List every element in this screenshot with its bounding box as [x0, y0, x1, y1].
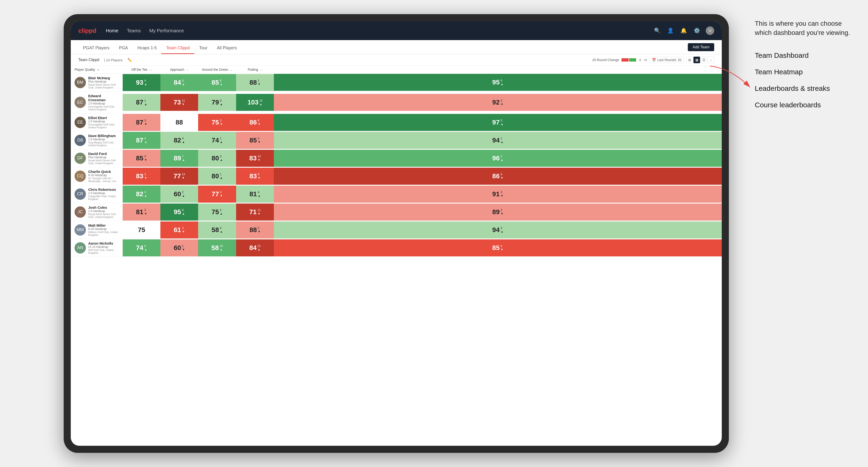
- nav-item-teams[interactable]: Teams: [127, 28, 141, 33]
- player-avatar: DB: [74, 135, 86, 146]
- search-icon[interactable]: 🔍: [653, 26, 661, 35]
- metric-cell: 94 3▲: [274, 221, 722, 239]
- player-cell: JC Josh Coles 1-5 Handicap Royal North D…: [71, 203, 123, 221]
- team-title: Team Clippd: [78, 58, 99, 62]
- metric-cell: 86 8▼: [274, 167, 722, 185]
- player-avatar: AN: [74, 242, 86, 253]
- metric-cell: 92 3▼: [274, 92, 722, 114]
- player-info: Aaron Nicholls 11-15 Handicap Drift Golf…: [88, 241, 119, 254]
- col-header-putting[interactable]: Putting —: [236, 66, 274, 73]
- player-avatar: JC: [74, 206, 86, 218]
- metric-cell: 77 14▼: [160, 167, 198, 185]
- metric-cell: 80 3▲: [198, 149, 236, 167]
- tab-all-players[interactable]: All Players: [212, 40, 242, 54]
- table-row[interactable]: DF David Ford Plus Handicap Royal North …: [71, 149, 722, 167]
- positive-bar: [629, 58, 636, 62]
- player-handicap: 1-5 Handicap: [88, 102, 119, 105]
- nav-item-my-performance[interactable]: My Performance: [149, 28, 184, 33]
- player-handicap: 1-5 Handicap: [88, 138, 119, 141]
- metric-cell: 60 2▲: [160, 185, 198, 203]
- last-rounds-button[interactable]: 📅 Last Rounds: 20: [649, 57, 684, 63]
- table-row[interactable]: EE Elliot Ebert 1-5 Handicap Sunningdale…: [71, 114, 722, 131]
- player-handicap: Plus Handicap: [88, 156, 119, 159]
- ipad-screen: clippd Home Teams My Performance 🔍 👤 🔔 ⚙…: [71, 21, 722, 446]
- player-cell: CR Chris Robertson 1-5 Handicap Craigmil…: [71, 185, 123, 203]
- metric-cell: 85 4▼: [274, 239, 722, 257]
- player-name: Matt Miller: [88, 223, 119, 227]
- dashboard-options-list: Team Dashboard Team Heatmap Leaderboards…: [755, 52, 854, 109]
- player-club: Royal North Devon Golf Club, United King…: [88, 83, 119, 89]
- nav-items: Home Teams My Performance: [106, 28, 653, 33]
- player-name: Aaron Nicholls: [88, 241, 119, 245]
- table-row[interactable]: AN Aaron Nicholls 11-15 Handicap Drift G…: [71, 239, 722, 257]
- player-avatar: BM: [74, 77, 86, 88]
- player-avatar: EE: [74, 117, 86, 128]
- metric-cell: 81 4▲: [236, 185, 274, 203]
- player-club: Gog Magog Golf Club, United Kingdom: [88, 141, 119, 147]
- subnav: PGAT Players PGA Hcaps 1-5 Team Clippd T…: [71, 40, 722, 54]
- col-header-around-green[interactable]: Around the Green —: [198, 66, 236, 73]
- download-icon[interactable]: ↓: [708, 57, 714, 63]
- player-club: Royal North Devon Golf Club, United King…: [88, 159, 119, 165]
- table-row[interactable]: DB Dave Billingham 1-5 Handicap Gog Mago…: [71, 131, 722, 149]
- player-avatar: MM: [74, 224, 86, 236]
- tab-pga[interactable]: PGA: [114, 40, 132, 54]
- col-header-approach[interactable]: Approach —: [160, 66, 198, 73]
- bell-icon[interactable]: 🔔: [679, 26, 688, 35]
- ipad-frame: clippd Home Teams My Performance 🔍 👤 🔔 ⚙…: [64, 14, 729, 453]
- metric-cell: 83 3▼: [123, 167, 160, 185]
- metric-cell: 83 10▼: [236, 149, 274, 167]
- player-cell: EE Elliot Ebert 1-5 Handicap Sunningdale…: [71, 114, 123, 131]
- player-club: Royal North Devon Golf Club, United King…: [88, 213, 119, 218]
- table-row[interactable]: BM Blair McHarg Plus Handicap Royal Nort…: [71, 73, 722, 92]
- settings-icon[interactable]: ⚙️: [692, 26, 701, 35]
- user-avatar[interactable]: U: [706, 26, 714, 35]
- player-cell: CQ Charlie Quick 6-10 Handicap St. Georg…: [71, 167, 123, 185]
- metric-cell: 77 3▼: [198, 185, 236, 203]
- table-row[interactable]: JC Josh Coles 1-5 Handicap Royal North D…: [71, 203, 722, 221]
- player-info: Blair McHarg Plus Handicap Royal North D…: [88, 76, 119, 89]
- calendar-icon: 📅: [652, 58, 656, 62]
- list-view-icon[interactable]: ☰: [701, 57, 707, 63]
- metric-cell: 75 3▼: [198, 114, 236, 131]
- metric-cell: 96 3▲: [274, 149, 722, 167]
- player-cell: DB Dave Billingham 1-5 Handicap Gog Mago…: [71, 131, 123, 149]
- player-info: Elliot Ebert 1-5 Handicap Sunningdale Go…: [88, 116, 119, 129]
- table-row[interactable]: MM Matt Miller 6-10 Handicap Woburn Golf…: [71, 221, 722, 239]
- grid-view-icon[interactable]: ⊞: [686, 57, 693, 63]
- subnav-tabs: PGAT Players PGA Hcaps 1-5 Team Clippd T…: [78, 40, 242, 54]
- player-club: St. George's Hill GC - Weybridge - Surre…: [88, 177, 119, 183]
- tab-team-clippd[interactable]: Team Clippd: [161, 40, 194, 54]
- add-team-button[interactable]: Add Team: [688, 43, 714, 51]
- round-change-label: 20 Round Change: [592, 58, 619, 62]
- team-count: | 14 Players: [104, 58, 123, 62]
- tab-hcaps[interactable]: Hcaps 1-5: [132, 40, 161, 54]
- metric-cell: 85 8▲: [198, 73, 236, 92]
- heatmap-view-icon[interactable]: ▦: [693, 57, 700, 63]
- col-header-off-tee[interactable]: Off the Tee —: [123, 66, 160, 73]
- person-icon[interactable]: 👤: [666, 26, 675, 35]
- metric-cell: 73 11▼: [160, 92, 198, 114]
- table-row[interactable]: CQ Charlie Quick 6-10 Handicap St. Georg…: [71, 167, 722, 185]
- table-row[interactable]: CR Chris Robertson 1-5 Handicap Craigmil…: [71, 185, 722, 203]
- metric-cell: 82 3▲: [123, 185, 160, 203]
- nav-icons: 🔍 👤 🔔 ⚙️ U: [653, 26, 714, 35]
- metric-cell: 85 3▼: [236, 131, 274, 149]
- navbar: clippd Home Teams My Performance 🔍 👤 🔔 ⚙…: [71, 21, 722, 40]
- option-course-leaderboards: Course leaderboards: [755, 101, 854, 109]
- metric-cell: 74 1▲: [198, 131, 236, 149]
- col-header-player[interactable]: Player Quality ▼: [71, 66, 123, 73]
- player-info: Edward Crossman 1-5 Handicap Sunningdale…: [88, 94, 119, 111]
- table-row[interactable]: EC Edward Crossman 1-5 Handicap Sunningd…: [71, 92, 722, 114]
- round-change-area: 20 Round Change -5 +5 📅 Last Rounds: 20 …: [592, 57, 714, 63]
- metric-cell: 60 1▼: [160, 239, 198, 257]
- metric-cell: 93 4▲: [123, 73, 160, 92]
- player-club: Sunningdale Golf Club, United Kingdom: [88, 105, 119, 111]
- player-name: Blair McHarg: [88, 76, 119, 80]
- nav-item-home[interactable]: Home: [106, 28, 118, 33]
- edit-icon[interactable]: ✏️: [127, 58, 132, 62]
- tab-tour[interactable]: Tour: [194, 40, 212, 54]
- metric-cell: 89 7▲: [160, 149, 198, 167]
- tab-pgat-players[interactable]: PGAT Players: [78, 40, 114, 54]
- metric-cell: 88 1▼: [236, 73, 274, 92]
